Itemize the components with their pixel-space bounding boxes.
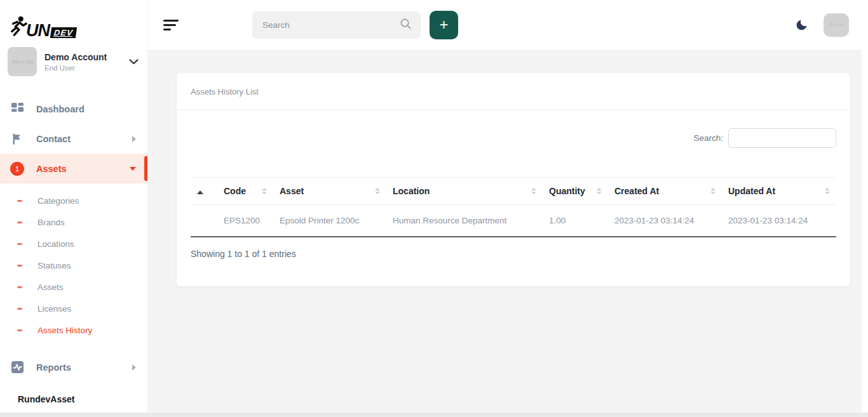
account-switcher[interactable]: 200 x 200 Demo Account End User <box>0 41 147 84</box>
column-header-code[interactable]: Code <box>217 178 273 205</box>
sidebar-subitem-categories[interactable]: Categories <box>0 190 147 211</box>
global-search-input[interactable] <box>262 20 400 30</box>
assets-submenu: Categories Brands Locations Statuses Ass… <box>0 183 147 343</box>
dash-bullet-icon <box>17 222 22 223</box>
table-header-row: Code Asset Location <box>191 178 836 205</box>
brand-logo[interactable]: UN DEV <box>0 0 147 41</box>
cell-quantity: 1.00 <box>543 205 608 237</box>
cell-asset: Epsold Printer 1200c <box>273 205 386 237</box>
table-search-input[interactable] <box>728 128 836 148</box>
column-sort-indicator[interactable] <box>191 178 217 205</box>
account-name: Demo Account <box>44 52 129 62</box>
sidebar-subitem-assets-history[interactable]: Assets History <box>0 319 147 341</box>
column-header-created-at[interactable]: Created At <box>608 178 722 205</box>
sidebar-item-label: Assets <box>36 164 130 174</box>
profile-avatar[interactable]: 200 x 200 <box>824 13 849 37</box>
sidebar-nav: Dashboard Contact 1 Assets <box>0 94 147 382</box>
assets-history-card: Assets History List Search: <box>177 73 850 286</box>
sidebar-subitem-statuses[interactable]: Statuses <box>0 255 147 276</box>
dash-bullet-icon <box>17 200 22 202</box>
sidebar-subitem-brands[interactable]: Brands <box>0 211 147 233</box>
table-entries-info: Showing 1 to 1 of 1 entries <box>191 249 836 259</box>
main-content: Assets History List Search: <box>148 50 868 413</box>
dash-bullet-icon <box>17 265 22 267</box>
caret-down-icon <box>130 167 136 171</box>
dark-mode-moon-icon[interactable] <box>795 18 808 32</box>
global-search <box>252 11 421 39</box>
cell-location: Human Resource Department <box>386 205 543 237</box>
sidebar-subitem-assets[interactable]: Assets <box>0 276 147 298</box>
brand-text-dev: DEV <box>50 27 77 38</box>
account-role: End User <box>44 64 129 72</box>
chevron-down-icon <box>129 56 139 67</box>
menu-toggle-icon[interactable] <box>163 20 179 30</box>
cell-code: EPS1200 <box>217 205 273 237</box>
sort-asc-icon <box>197 190 203 194</box>
dash-bullet-icon <box>17 243 22 245</box>
sort-icons <box>710 188 715 194</box>
sort-icons <box>825 188 830 194</box>
assets-history-table: Code Asset Location <box>191 177 836 237</box>
column-header-updated-at[interactable]: Updated At <box>722 178 836 205</box>
sidebar-item-reports[interactable]: Reports <box>0 352 147 382</box>
sidebar-item-label: Contact <box>36 134 132 144</box>
column-header-location[interactable]: Location <box>386 178 543 205</box>
sidebar-item-label: Dashboard <box>36 104 136 114</box>
table-row[interactable]: EPS1200 Epsold Printer 1200c Human Resou… <box>191 205 836 237</box>
column-header-quantity[interactable]: Quantity <box>543 178 608 205</box>
sidebar-subitem-licenses[interactable]: Licenses <box>0 298 147 319</box>
sidebar: UN DEV 200 x 200 Demo Account End User <box>0 0 148 413</box>
vertical-scrollbar[interactable] <box>862 50 868 417</box>
cell-created-at: 2023-01-23 03:14:24 <box>608 205 722 237</box>
chevron-right-icon <box>132 136 136 142</box>
app-name-footer: RundevAsset <box>18 394 74 404</box>
account-avatar: 200 x 200 <box>8 47 37 76</box>
cell-empty <box>191 205 217 237</box>
runner-logo-icon <box>9 15 28 41</box>
sort-icons <box>262 188 267 194</box>
brand-text-un: UN <box>26 21 50 41</box>
assets-badge: 1 <box>10 162 24 176</box>
sidebar-item-assets[interactable]: 1 Assets <box>0 154 147 183</box>
chevron-right-icon <box>132 364 136 371</box>
topbar: + 200 x 200 <box>148 0 868 50</box>
sort-icons <box>597 188 602 194</box>
sort-icons <box>375 188 380 194</box>
dash-bullet-icon <box>17 329 22 331</box>
table-search-label: Search: <box>693 133 723 143</box>
card-title: Assets History List <box>191 87 259 96</box>
active-indicator-bar <box>144 156 147 181</box>
sidebar-item-contact[interactable]: Contact <box>0 124 147 154</box>
sidebar-subitem-locations[interactable]: Locations <box>0 233 147 255</box>
reports-activity-icon <box>10 361 25 374</box>
flag-icon <box>10 133 25 145</box>
dash-bullet-icon <box>17 286 22 288</box>
dashboard-icon <box>10 102 25 116</box>
sort-icons <box>531 188 536 194</box>
horizontal-scrollbar[interactable] <box>0 413 868 417</box>
search-icon <box>400 18 412 32</box>
add-button[interactable]: + <box>430 11 458 39</box>
cell-updated-at: 2023-01-23 03:14:24 <box>722 205 836 237</box>
dash-bullet-icon <box>17 308 22 310</box>
app-root: UN DEV 200 x 200 Demo Account End User <box>0 0 868 417</box>
sidebar-item-label: Reports <box>36 362 132 373</box>
sidebar-item-dashboard[interactable]: Dashboard <box>0 94 147 124</box>
column-header-asset[interactable]: Asset <box>273 178 386 205</box>
